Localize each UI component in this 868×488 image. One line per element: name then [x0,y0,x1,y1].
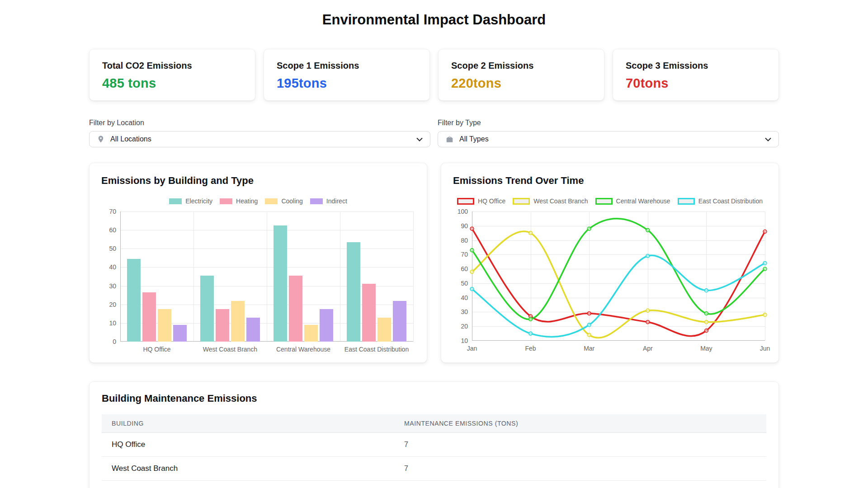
stats-row: Total CO2 Emissions 485 tons Scope 1 Emi… [89,49,779,101]
line-chart-canvas [472,211,765,341]
legend-swatch [595,198,613,205]
stat-card-total-co2: Total CO2 Emissions 485 tons [89,49,255,101]
bar-electricity [274,225,287,342]
stat-value: 70tons [626,76,766,91]
legend-item-central-warehouse[interactable]: Central Warehouse [595,197,670,205]
table-row: HQ Office 7 [102,433,766,457]
x-axis-label: Mar [584,345,594,352]
line-chart-legend: HQ OfficeWest Coast BranchCentral Wareho… [453,197,767,205]
stat-value: 220tons [451,76,591,91]
legend-item-hq-office[interactable]: HQ Office [457,197,505,205]
stat-label: Scope 2 Emissions [451,61,591,71]
legend-label: HQ Office [478,197,505,205]
legend-swatch [265,198,278,204]
building-cell: HQ Office [102,440,404,449]
legend-label: East Coast Distribution [698,197,763,205]
stat-value: 195tons [277,76,417,91]
stat-card-scope2: Scope 2 Emissions 220tons [438,49,604,101]
data-point-central-warehouse [646,229,650,232]
data-point-central-warehouse [529,318,533,321]
stat-card-scope3: Scope 3 Emissions 70tons [613,49,779,101]
x-axis-label: Feb [525,345,536,352]
data-point-central-warehouse [705,312,708,315]
line-series-east-coast-distribution [472,255,765,337]
filters-row: Filter by Location All Locations Filter … [89,119,779,147]
bar-indirect [320,309,333,342]
bar-chart-legend: ElectricityHeatingCoolingIndirect [101,197,415,205]
legend-label: Electricity [185,197,212,205]
y-tick-label: 40 [461,294,468,301]
line-chart-x-labels: JanFebMarAprMayJun [472,345,765,354]
line-chart-title: Emissions Trend Over Time [453,175,767,187]
location-filter-select[interactable]: All Locations [89,131,430,147]
column-header-maintenance: MAINTENANCE EMISSIONS (TONS) [404,420,766,427]
line-chart-plot: 102030405060708090100 [472,211,765,341]
factory-icon [445,135,454,143]
y-tick-label: 50 [109,245,116,252]
legend-label: Heating [236,197,258,205]
data-point-east-coast-distribution [705,289,708,292]
data-point-hq-office [470,227,474,230]
data-point-west-coast-branch [705,320,708,324]
data-point-west-coast-branch [763,313,767,317]
filter-type: Filter by Type All Types [438,119,779,147]
legend-item-electricity[interactable]: Electricity [169,197,212,205]
y-tick-label: 40 [109,263,116,271]
bar-group-east-coast-distribution [340,211,413,342]
location-pin-icon [97,135,105,144]
y-tick-label: 70 [461,251,468,258]
legend-label: Central Warehouse [616,197,670,205]
legend-item-indirect[interactable]: Indirect [310,197,347,205]
legend-swatch [169,198,182,204]
y-tick-label: 50 [461,280,468,287]
chevron-down-icon [765,137,771,141]
stat-value: 485 tons [102,76,242,91]
x-axis-label: Apr [643,345,653,352]
data-point-hq-office [587,312,591,315]
bar-indirect [173,325,187,342]
x-axis-label: West Coast Branch [193,346,267,353]
legend-label: Cooling [281,197,302,205]
page-title: Environmental Impact Dashboard [89,12,779,28]
table-header-row: BUILDING MAINTENANCE EMISSIONS (TONS) [102,414,766,433]
bar-group-west-coast-branch [193,211,267,342]
stat-label: Scope 1 Emissions [277,61,417,71]
data-point-east-coast-distribution [587,323,591,327]
data-point-east-coast-distribution [529,332,533,335]
bar-electricity [200,276,214,342]
data-point-west-coast-branch [646,309,650,312]
data-point-hq-office [705,329,708,333]
x-axis-label: Jun [760,345,770,352]
legend-item-cooling[interactable]: Cooling [265,197,302,205]
bar-group-central-warehouse [267,211,340,342]
table-row: Central Warehouse 0 [102,481,766,488]
bar-cooling [377,318,391,342]
maintenance-table-card: Building Maintenance Emissions BUILDING … [89,381,779,488]
location-filter-value: All Locations [110,135,151,143]
legend-item-heating[interactable]: Heating [220,197,258,205]
bar-electricity [347,242,360,342]
y-tick-label: 100 [458,208,468,215]
data-point-hq-office [763,230,767,234]
bar-electricity [127,259,141,342]
x-axis-label: Central Warehouse [267,346,340,353]
legend-swatch [220,198,232,204]
chevron-down-icon [416,137,423,141]
bar-cooling [304,325,318,342]
y-tick-label: 60 [461,265,468,272]
bar-heating [216,309,229,342]
stat-card-scope1: Scope 1 Emissions 195tons [264,49,430,101]
legend-item-east-coast-distribution[interactable]: East Coast Distribution [678,197,763,205]
bar-chart-plot: 010203040506070 [120,211,413,342]
x-axis-label: May [700,345,712,352]
y-tick-label: 60 [109,226,116,234]
type-filter-select[interactable]: All Types [438,131,779,147]
bar-heating [289,276,302,342]
bar-chart-title: Emissions by Building and Type [101,175,415,187]
legend-item-west-coast-branch[interactable]: West Coast Branch [513,197,588,205]
data-point-east-coast-distribution [763,262,767,265]
line-series-hq-office [472,229,765,336]
y-tick-label: 20 [109,301,116,308]
legend-swatch [310,198,323,204]
maintenance-table-title: Building Maintenance Emissions [102,393,766,404]
